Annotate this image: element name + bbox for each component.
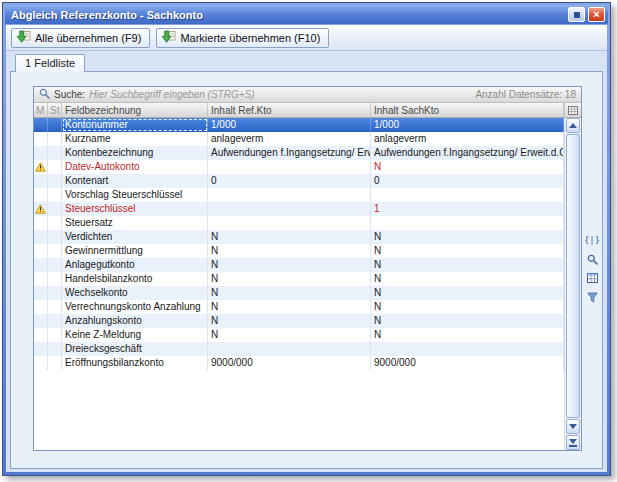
table-row[interactable]: Datev-AutokontoN	[34, 160, 564, 174]
arrow-down-icon	[569, 424, 577, 429]
cell-st	[48, 258, 62, 272]
record-pager-icon[interactable]: {|}	[585, 233, 600, 248]
column-options-icon	[568, 106, 578, 115]
cell-st	[48, 342, 62, 356]
table-row[interactable]: Dreiecksgeschäft	[34, 342, 564, 356]
record-count: Anzahl Datensätze: 18	[475, 89, 576, 100]
cell-m	[34, 286, 48, 300]
column-header-st[interactable]: St	[48, 103, 62, 117]
table-row[interactable]: Kontonummer1/0001/000	[34, 118, 564, 132]
cell-field: Kurzname	[62, 132, 208, 146]
table-row[interactable]: AnlagegutkontoNN	[34, 258, 564, 272]
cell-st	[48, 202, 62, 216]
dialog-window: Abgleich Referenzkonto - Sachkonto ×	[2, 2, 611, 476]
cell-st	[48, 160, 62, 174]
table-row[interactable]: KontenbezeichnungAufwendungen f.Ingangse…	[34, 146, 564, 160]
field-grid: Suche: Anzahl Datensätze: 18 M St Feldbe…	[33, 86, 582, 451]
titlebar-aux-button[interactable]	[568, 7, 585, 22]
cell-field: Steuerschlüssel	[62, 202, 208, 216]
search-input[interactable]	[89, 88, 471, 102]
table-row[interactable]: Verrechnungskonto AnzahlungNN	[34, 300, 564, 314]
table-row[interactable]: Steuerschlüssel1	[34, 202, 564, 216]
arrow-up-icon	[569, 123, 577, 128]
cell-st	[48, 300, 62, 314]
table-row[interactable]: AnzahlungskontoNN	[34, 314, 564, 328]
cell-st	[48, 174, 62, 188]
column-options-button[interactable]	[564, 103, 581, 117]
feldliste-panel: Suche: Anzahl Datensätze: 18 M St Feldbe…	[10, 71, 603, 469]
table-row[interactable]: Kontenart00	[34, 174, 564, 188]
apply-all-button[interactable]: Alle übernehmen (F9)	[11, 28, 150, 48]
cell-field: Verdichten	[62, 230, 208, 244]
cell-st	[48, 244, 62, 258]
table-row[interactable]: HandelsbilanzkontoNN	[34, 272, 564, 286]
cell-st	[48, 230, 62, 244]
scroll-up-button[interactable]	[566, 118, 580, 133]
cell-ref: 0	[208, 174, 371, 188]
cell-field: Dreiecksgeschäft	[62, 342, 208, 356]
cell-field: Vorschlag Steuerschlüssel	[62, 188, 208, 202]
cell-m	[34, 272, 48, 286]
table-row[interactable]: Kurznameanlagevermanlageverm	[34, 132, 564, 146]
cell-m	[34, 300, 48, 314]
cell-st	[48, 272, 62, 286]
table-view-icon[interactable]	[585, 271, 600, 286]
cell-st	[48, 286, 62, 300]
scroll-to-end-button[interactable]	[566, 435, 580, 450]
cell-m	[34, 244, 48, 258]
column-header-m[interactable]: M	[34, 103, 48, 117]
cell-m	[34, 174, 48, 188]
scroll-down-button[interactable]	[566, 419, 580, 434]
table-row[interactable]: GewinnermittlungNN	[34, 244, 564, 258]
cell-field: Eröffnungsbilanzkonto	[62, 356, 208, 370]
cell-st	[48, 188, 62, 202]
cell-sach: 9000/000	[371, 356, 564, 370]
apply-marked-label: Markierte übernehmen (F10)	[180, 32, 320, 44]
table-row[interactable]: Eröffnungsbilanzkonto9000/0009000/000	[34, 356, 564, 370]
cell-m	[34, 188, 48, 202]
vertical-scrollbar[interactable]	[564, 118, 581, 450]
cell-field: Kontenart	[62, 174, 208, 188]
cell-m	[34, 160, 48, 174]
warning-icon	[35, 162, 46, 172]
close-icon: ×	[593, 9, 599, 20]
cell-sach: N	[371, 244, 564, 258]
table-row[interactable]: VerdichtenNN	[34, 230, 564, 244]
cell-m	[34, 328, 48, 342]
apply-all-label: Alle übernehmen (F9)	[35, 32, 141, 44]
cell-ref: Aufwendungen f.Ingangsetzung/ Erweit.d.G…	[208, 146, 371, 160]
filter-icon[interactable]	[585, 290, 600, 305]
cell-field: Kontonummer	[62, 118, 208, 132]
titlebar-aux-icon	[574, 12, 580, 18]
cell-ref: N	[208, 244, 371, 258]
toolbar: Alle übernehmen (F9) Markierte übernehme…	[6, 25, 607, 51]
column-header-inhalt-sachkto[interactable]: Inhalt SachKto	[371, 103, 564, 117]
search-bar: Suche: Anzahl Datensätze: 18	[34, 87, 581, 103]
cell-sach: N	[371, 314, 564, 328]
cell-m	[34, 258, 48, 272]
table-row[interactable]: Steuersatz	[34, 216, 564, 230]
table-row[interactable]: WechselkontoNN	[34, 286, 564, 300]
cell-field: Keine Z-Meldung	[62, 328, 208, 342]
cell-field: Gewinnermittlung	[62, 244, 208, 258]
cell-m	[34, 132, 48, 146]
titlebar[interactable]: Abgleich Referenzkonto - Sachkonto ×	[5, 5, 608, 24]
column-header-inhalt-refkto[interactable]: Inhalt Ref.Kto	[208, 103, 371, 117]
cell-sach: Aufwendungen f.Ingangsetzung/ Erweit.d.G…	[371, 146, 564, 160]
apply-marked-button[interactable]: Markierte übernehmen (F10)	[156, 28, 329, 48]
cell-ref: 1/000	[208, 118, 371, 132]
table-header: M St Feldbezeichnung Inhalt Ref.Kto Inha…	[34, 103, 581, 118]
column-header-feldbezeichnung[interactable]: Feldbezeichnung	[62, 103, 208, 117]
cell-m	[34, 356, 48, 370]
search-tool-icon[interactable]	[585, 252, 600, 267]
table-row[interactable]: Vorschlag Steuerschlüssel	[34, 188, 564, 202]
cell-sach: N	[371, 286, 564, 300]
tab-feldliste[interactable]: 1 Feldliste	[15, 54, 85, 72]
table-row[interactable]: Keine Z-MeldungNN	[34, 328, 564, 342]
cell-m	[34, 342, 48, 356]
cell-ref	[208, 188, 371, 202]
scroll-thumb[interactable]	[566, 134, 580, 418]
close-button[interactable]: ×	[588, 7, 605, 22]
cell-field: Anzahlungskonto	[62, 314, 208, 328]
cell-ref: N	[208, 258, 371, 272]
